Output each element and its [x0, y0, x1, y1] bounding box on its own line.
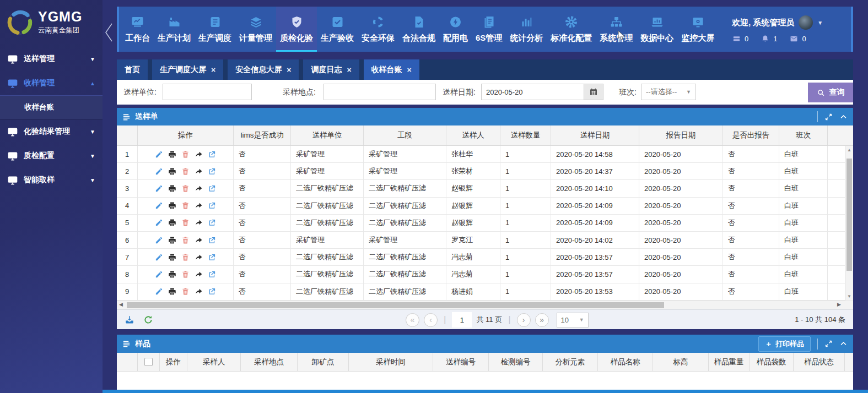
pencil-icon[interactable]	[155, 150, 163, 159]
user-menu-caret-icon[interactable]: ▼	[817, 20, 823, 26]
share-icon[interactable]	[195, 287, 203, 296]
nav-item-workbench[interactable]: 工作台	[121, 7, 154, 52]
share-icon[interactable]	[195, 270, 203, 279]
close-icon[interactable]: ×	[407, 66, 412, 74]
trash-icon[interactable]	[181, 219, 190, 227]
select-all-checkbox[interactable]	[144, 358, 153, 366]
table-row[interactable]: 9否二选厂铁精矿压滤二选厂铁精矿压滤杨进娟12020-05-20 13:5320…	[117, 283, 845, 301]
last-page-button[interactable]: »	[535, 313, 549, 327]
prev-page-button[interactable]: ‹	[424, 313, 438, 327]
sidebar-item-4[interactable]: 智能取样▼	[0, 168, 103, 192]
external-link-icon[interactable]	[208, 150, 216, 159]
table-row[interactable]: 4否二选厂铁精矿压滤二选厂铁精矿压滤赵银辉12020-05-20 14:0920…	[117, 198, 845, 215]
external-link-icon[interactable]	[208, 184, 216, 193]
printer-icon[interactable]	[168, 219, 176, 227]
share-icon[interactable]	[195, 184, 203, 193]
printer-icon[interactable]	[168, 150, 176, 159]
close-icon[interactable]: ×	[287, 66, 291, 74]
table-row[interactable]: 5否二选厂铁精矿压滤二选厂铁精矿压滤赵银辉12020-05-20 14:0920…	[117, 215, 845, 232]
sidebar-subitem-active[interactable]: 收样台账	[0, 95, 103, 119]
trash-icon[interactable]	[181, 253, 190, 261]
expand-icon[interactable]	[824, 113, 833, 121]
scroll-down-icon[interactable]: ▼	[845, 294, 853, 299]
printer-icon[interactable]	[168, 236, 176, 244]
bell-badge[interactable]: 1	[761, 35, 777, 43]
nav-item-gear[interactable]: 标准化配置	[547, 7, 596, 52]
scroll-up-icon[interactable]: ▲	[845, 148, 853, 152]
tab-1[interactable]: 生产调度大屏×	[152, 59, 223, 80]
nav-item-shield-check[interactable]: 质检化验	[276, 7, 317, 52]
scroll-left-icon[interactable]: ◀	[119, 302, 123, 307]
pencil-icon[interactable]	[155, 270, 163, 279]
table-row[interactable]: 2否采矿管理采矿管理张荣材12020-05-20 14:372020-05-20…	[117, 163, 845, 180]
share-icon[interactable]	[195, 150, 203, 159]
scroll-right-icon[interactable]: ▶	[837, 302, 841, 307]
pencil-icon[interactable]	[155, 219, 163, 227]
table-row[interactable]: 1否采矿管理采矿管理张桂华12020-05-20 14:582020-05-20…	[117, 146, 845, 163]
tab-4[interactable]: 收样台账×	[364, 59, 419, 80]
tab-0[interactable]: 首页	[117, 59, 148, 80]
sidebar-collapse-icon[interactable]	[105, 23, 113, 42]
share-icon[interactable]	[195, 219, 203, 227]
trash-icon[interactable]	[181, 287, 190, 296]
external-link-icon[interactable]	[208, 201, 216, 210]
pencil-icon[interactable]	[155, 236, 163, 244]
nav-item-bar-chart[interactable]: 统计分析	[506, 7, 547, 52]
pencil-icon[interactable]	[155, 253, 163, 261]
collapse-panel-icon[interactable]	[839, 340, 848, 348]
nav-item-doc-lines[interactable]: 生产调度	[195, 7, 235, 52]
table-row[interactable]: 6否采矿管理采矿管理罗克江12020-05-20 14:022020-05-20…	[117, 232, 845, 249]
external-link-icon[interactable]	[208, 236, 216, 244]
external-link-icon[interactable]	[208, 167, 216, 176]
expand-icon[interactable]	[824, 340, 833, 348]
avatar[interactable]	[799, 15, 813, 30]
nav-item-doc-stack[interactable]: 6S管理	[472, 7, 506, 52]
page-size-select[interactable]: 10 ▼	[557, 313, 589, 328]
printer-icon[interactable]	[168, 167, 176, 176]
search-button[interactable]: 查询	[808, 83, 853, 102]
close-icon[interactable]: ×	[211, 66, 215, 74]
sidebar-item-1[interactable]: 收样管理▲	[0, 71, 103, 95]
table-row[interactable]: 8否二选厂铁精矿压滤二选厂铁精矿压滤冯志菊12020-05-20 13:5720…	[117, 266, 845, 283]
refresh-icon[interactable]	[143, 315, 153, 325]
nav-item-checkbox[interactable]: 生产验收	[317, 7, 358, 52]
server-badge[interactable]: 0	[732, 35, 748, 43]
nav-item-doc-check[interactable]: 合法合规	[398, 7, 439, 52]
mail-badge[interactable]: 0	[789, 35, 806, 43]
location-input[interactable]	[324, 84, 436, 100]
share-icon[interactable]	[195, 253, 203, 261]
nav-item-layers[interactable]: 计量管理	[235, 7, 276, 52]
pencil-icon[interactable]	[155, 287, 163, 296]
table-row[interactable]: 3否二选厂铁精矿压滤二选厂铁精矿压滤赵银辉12020-05-20 14:1020…	[117, 180, 845, 197]
table-row[interactable]: 7否二选厂铁精矿压滤二选厂铁精矿压滤冯志菊12020-05-20 13:5720…	[117, 249, 845, 266]
pencil-icon[interactable]	[155, 184, 163, 193]
share-icon[interactable]	[195, 201, 203, 210]
nav-item-bolt-circle[interactable]: 配用电	[439, 7, 472, 52]
external-link-icon[interactable]	[208, 219, 216, 227]
nav-item-data-center[interactable]: 数据中心	[637, 7, 677, 52]
print-samples-button[interactable]: ＋ 打印样品	[758, 336, 811, 352]
first-page-button[interactable]: «	[406, 313, 419, 327]
pencil-icon[interactable]	[155, 167, 163, 176]
nav-item-screen[interactable]: 监控大屏	[677, 7, 718, 52]
calendar-icon[interactable]	[584, 84, 603, 100]
shift-select[interactable]: --请选择-- ▼	[641, 84, 696, 100]
printer-icon[interactable]	[168, 270, 176, 279]
page-number-input[interactable]	[452, 312, 472, 328]
printer-icon[interactable]	[168, 253, 176, 261]
sidebar-item-0[interactable]: 送样管理▼	[0, 47, 103, 71]
trash-icon[interactable]	[181, 270, 190, 279]
date-input[interactable]	[481, 84, 584, 100]
trash-icon[interactable]	[181, 167, 190, 176]
close-icon[interactable]: ×	[347, 66, 351, 74]
printer-icon[interactable]	[168, 201, 176, 210]
trash-icon[interactable]	[181, 184, 190, 193]
printer-icon[interactable]	[168, 287, 176, 296]
pencil-icon[interactable]	[155, 201, 163, 210]
next-page-button[interactable]: ›	[517, 313, 531, 327]
nav-item-recycle[interactable]: 安全环保	[358, 7, 398, 52]
printer-icon[interactable]	[168, 184, 176, 193]
share-icon[interactable]	[195, 167, 203, 176]
trash-icon[interactable]	[181, 201, 190, 210]
external-link-icon[interactable]	[208, 253, 216, 261]
